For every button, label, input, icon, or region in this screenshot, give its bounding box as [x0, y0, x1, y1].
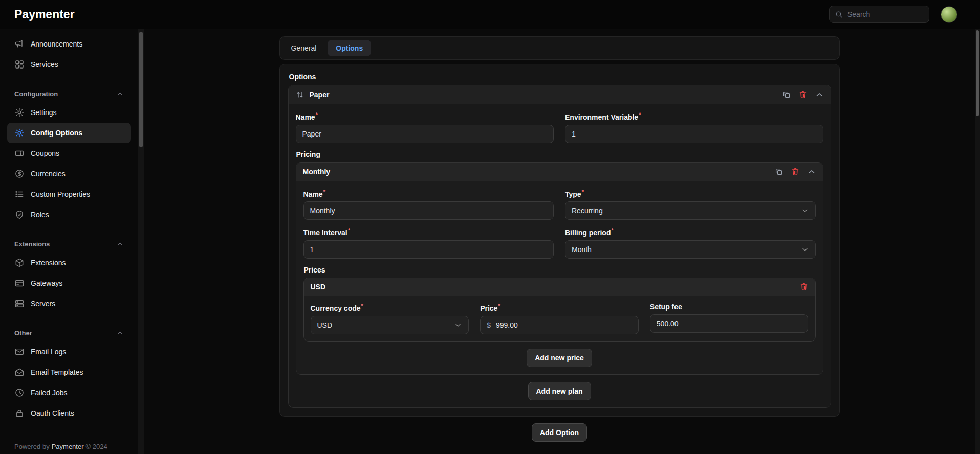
- sidebar-item-label: Failed Jobs: [31, 389, 68, 397]
- sidebar-item-coupons[interactable]: Coupons: [7, 143, 131, 164]
- field-currency-code: Currency code* USD: [311, 303, 469, 334]
- sidebar-item-extensions[interactable]: Extensions: [7, 253, 131, 273]
- collapse-chevron-icon[interactable]: [815, 90, 824, 99]
- add-new-price-button[interactable]: Add new price: [527, 349, 592, 367]
- sidebar-item-announcements[interactable]: Announcements: [7, 34, 131, 54]
- megaphone-icon: [14, 39, 25, 49]
- envelope-open-icon: [14, 367, 25, 377]
- currency-prefix: $: [487, 321, 491, 329]
- sidebar-item-label: Email Logs: [31, 348, 66, 356]
- server-icon: [14, 299, 25, 309]
- footer-brand[interactable]: Paymenter: [52, 443, 84, 450]
- sidebar-item-servers[interactable]: Servers: [7, 293, 131, 314]
- sidebar-item-label: Extensions: [31, 259, 66, 267]
- global-search[interactable]: [829, 6, 929, 23]
- field-setup-fee: Setup fee: [650, 303, 809, 334]
- plan-card-monthly: Monthly: [296, 162, 823, 375]
- clone-icon[interactable]: [774, 167, 783, 176]
- squares-icon: [14, 59, 25, 70]
- add-option-button[interactable]: Add Option: [532, 423, 587, 442]
- sidebar-item-label: Roles: [31, 211, 49, 219]
- sidebar-item-clipped[interactable]: [7, 29, 131, 34]
- tab-general[interactable]: General: [283, 40, 325, 56]
- sidebar-item-custom-properties[interactable]: Custom Properties: [7, 184, 131, 205]
- sidebar-item-settings[interactable]: Settings: [7, 102, 131, 123]
- billing-period-select[interactable]: Month: [565, 240, 816, 259]
- user-avatar[interactable]: [941, 6, 957, 23]
- list-icon: [14, 189, 25, 199]
- sidebar-section-other[interactable]: Other: [14, 324, 124, 342]
- tabs-bar: General Options: [279, 36, 840, 60]
- add-new-plan-button[interactable]: Add new plan: [528, 382, 591, 400]
- sidebar-item-services[interactable]: Services: [7, 54, 131, 75]
- currency-code-select[interactable]: USD: [311, 316, 469, 334]
- sidebar-item-config-options[interactable]: Config Options: [7, 123, 131, 143]
- sidebar-item-email-logs[interactable]: Email Logs: [7, 342, 131, 362]
- sidebar-scrollbar-track: [138, 29, 144, 454]
- field-plan-name: Name*: [303, 189, 554, 220]
- field-label: Price*: [480, 303, 639, 312]
- options-heading: Options: [289, 73, 831, 81]
- chevron-up-icon: [116, 90, 124, 98]
- time-interval-input[interactable]: [310, 245, 548, 254]
- sidebar-section-extensions[interactable]: Extensions: [14, 235, 124, 253]
- sidebar-item-label: Config Options: [31, 129, 82, 137]
- chevron-up-icon: [116, 240, 124, 248]
- sidebar-item-roles[interactable]: Roles: [7, 205, 131, 225]
- collapse-chevron-icon[interactable]: [807, 167, 816, 176]
- plan-title: Monthly: [303, 168, 331, 176]
- required-mark: *: [611, 227, 613, 233]
- lock-icon: [14, 408, 25, 418]
- sidebar: Announcements Services Configuration Set…: [0, 29, 138, 454]
- price-input[interactable]: [496, 321, 632, 329]
- field-type: Type* Recurring: [565, 189, 816, 220]
- name-input[interactable]: [302, 130, 548, 138]
- sidebar-item-currencies[interactable]: Currencies: [7, 164, 131, 184]
- required-mark: *: [498, 303, 500, 309]
- plan-name-input[interactable]: [310, 207, 548, 215]
- price-header[interactable]: USD: [304, 278, 815, 296]
- sidebar-item-label: Email Templates: [31, 368, 83, 376]
- sidebar-item-gateways[interactable]: Gateways: [7, 273, 131, 293]
- price-title: USD: [311, 283, 326, 291]
- sidebar-section-configuration[interactable]: Configuration: [14, 85, 124, 102]
- sidebar-item-label: Coupons: [31, 149, 59, 157]
- window-scrollbar-thumb[interactable]: [976, 30, 979, 116]
- sidebar-item-label: Servers: [31, 300, 55, 308]
- option-title: Paper: [310, 90, 330, 99]
- sort-arrows-icon[interactable]: [295, 90, 304, 99]
- currency-dollar-icon: [14, 169, 25, 179]
- currency-code-select-value: USD: [317, 321, 333, 329]
- search-input[interactable]: [847, 10, 924, 18]
- sidebar-item-failed-jobs[interactable]: Failed Jobs: [7, 382, 131, 403]
- sidebar-scrollbar-thumb[interactable]: [139, 32, 143, 147]
- clone-icon[interactable]: [782, 90, 791, 99]
- required-mark: *: [639, 111, 641, 118]
- billing-period-select-value: Month: [572, 245, 592, 254]
- shield-check-icon: [14, 210, 25, 220]
- field-time-interval: Time Interval*: [303, 227, 554, 259]
- trash-icon[interactable]: [798, 90, 808, 99]
- environment-variable-input[interactable]: [572, 130, 817, 138]
- field-label: Environment Variable*: [565, 111, 823, 121]
- option-header[interactable]: Paper: [289, 85, 831, 104]
- trash-icon[interactable]: [799, 282, 809, 291]
- cube-icon: [14, 258, 25, 268]
- plan-header[interactable]: Monthly: [296, 163, 823, 181]
- sidebar-item-oauth-clients[interactable]: Oauth Clients: [7, 403, 131, 423]
- field-label: Name*: [296, 111, 554, 121]
- setup-fee-input[interactable]: [657, 320, 802, 328]
- sidebar-item-label: Currencies: [31, 170, 66, 178]
- env-input-wrapper: [565, 125, 823, 143]
- tab-options[interactable]: Options: [328, 40, 371, 56]
- pricing-heading: Pricing: [296, 150, 823, 158]
- trash-icon[interactable]: [791, 167, 800, 176]
- ticket-icon: [14, 148, 25, 158]
- cog-icon: [14, 128, 25, 138]
- sidebar-item-email-templates[interactable]: Email Templates: [7, 362, 131, 382]
- type-select[interactable]: Recurring: [565, 201, 816, 220]
- required-mark: *: [361, 303, 363, 309]
- credit-card-icon: [14, 278, 25, 288]
- prices-heading: Prices: [304, 266, 816, 274]
- app-logo[interactable]: Paymenter: [14, 8, 75, 21]
